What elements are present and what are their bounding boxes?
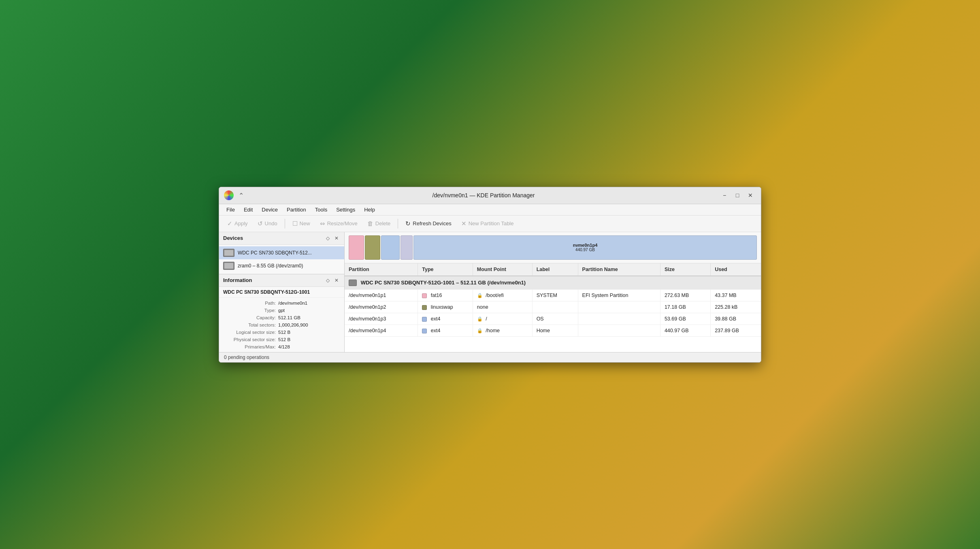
part-label-p3: OS xyxy=(532,313,578,325)
delete-button[interactable]: 🗑 Delete xyxy=(363,218,395,229)
part-used-p3: 39.88 GB xyxy=(711,313,761,325)
part-used-p4: 237.89 GB xyxy=(711,325,761,337)
part-label-p4: Home xyxy=(532,325,578,337)
part-mount-p2: none xyxy=(473,301,532,313)
type-color-p2 xyxy=(422,305,427,310)
new-button[interactable]: ☐ New xyxy=(288,218,314,229)
new-icon: ☐ xyxy=(292,220,298,227)
new-partition-table-icon: ✕ xyxy=(461,220,467,227)
apply-button[interactable]: ✓ Apply xyxy=(223,218,252,229)
close-button[interactable]: ✕ xyxy=(745,190,756,201)
disk-header-row[interactable]: WDC PC SN730 SDBQNTY-512G-1001 – 512.11 … xyxy=(345,276,761,290)
devices-panel-close[interactable]: ✕ xyxy=(333,235,340,242)
part-used-p1: 43.37 MB xyxy=(711,290,761,301)
lock-icon-p3: 🔒 xyxy=(477,316,483,322)
maximize-button[interactable]: □ xyxy=(732,190,743,201)
pv-p3b[interactable] xyxy=(401,235,413,260)
part-type-p1: fat16 xyxy=(418,290,473,301)
part-type-p2: linuxswap xyxy=(418,301,473,313)
menu-edit[interactable]: Edit xyxy=(240,205,257,214)
toolbar-sep-1 xyxy=(285,219,285,229)
resize-icon: ⇔ xyxy=(320,220,325,227)
pv-p3[interactable] xyxy=(381,235,400,260)
info-row-physical: Physical sector size: 512 B xyxy=(219,336,344,343)
part-partname-p2 xyxy=(578,301,660,313)
menu-tools[interactable]: Tools xyxy=(311,205,331,214)
info-row-logical: Logical sector size: 512 B xyxy=(219,329,344,336)
lock-icon-p4: 🔒 xyxy=(477,328,483,333)
part-mount-p4: 🔒 /home xyxy=(473,325,532,337)
left-panel: Devices ◇ ✕ WDC PC SN730 SDBQNTY-512... … xyxy=(219,232,345,352)
new-partition-table-button[interactable]: ✕ New Partition Table xyxy=(457,218,518,229)
menu-partition[interactable]: Partition xyxy=(283,205,310,214)
disk-header-cell: WDC PC SN730 SDBQNTY-512G-1001 – 512.11 … xyxy=(345,276,761,290)
table-header-row: Partition Type Mount Point Label Partiti… xyxy=(345,263,761,276)
devices-list: WDC PC SN730 SDBQNTY-512... zram0 – 8.55… xyxy=(219,245,344,274)
col-header-type: Type xyxy=(418,263,473,276)
pv-p4[interactable]: nvme0n1p4 440.97 GB xyxy=(413,235,757,260)
menu-help[interactable]: Help xyxy=(360,205,379,214)
title-bar: ⌃ /dev/nvme0n1 — KDE Partition Manager −… xyxy=(219,187,761,204)
info-panel-close[interactable]: ✕ xyxy=(333,277,340,284)
type-color-p4 xyxy=(422,329,427,333)
info-label-physical: Physical sector size: xyxy=(223,337,276,342)
part-type-p3: ext4 xyxy=(418,313,473,325)
info-label-path: Path: xyxy=(223,301,276,305)
toolbar: ✓ Apply ↺ Undo ☐ New ⇔ Resize/Move 🗑 Del… xyxy=(219,216,761,232)
device-item-zram[interactable]: zram0 – 8.55 GB (/dev/zram0) xyxy=(219,259,344,272)
info-label-logical: Logical sector size: xyxy=(223,330,276,335)
menu-settings[interactable]: Settings xyxy=(332,205,359,214)
info-label-sectors: Total sectors: xyxy=(223,323,276,327)
pv-p4-label: nvme0n1p4 xyxy=(573,243,598,248)
info-row-primaries: Primaries/Max: 4/128 xyxy=(219,343,344,350)
info-row-type: Type: gpt xyxy=(219,307,344,314)
info-panel-diamond[interactable]: ◇ xyxy=(324,277,331,284)
disk-icon xyxy=(349,280,357,286)
device-icon-nvme xyxy=(223,249,234,257)
delete-icon: 🗑 xyxy=(367,220,373,227)
pv-p2[interactable] xyxy=(365,235,380,260)
info-label-capacity: Capacity: xyxy=(223,315,276,320)
apply-icon: ✓ xyxy=(227,220,232,227)
info-value-capacity: 512.11 GB xyxy=(278,315,300,320)
part-size-p3: 53.69 GB xyxy=(660,313,710,325)
part-type-p4: ext4 xyxy=(418,325,473,337)
part-path-p1: /dev/nvme0n1p1 xyxy=(345,290,418,301)
devices-panel-title: Devices xyxy=(223,235,243,241)
part-label-p1: SYSTEM xyxy=(532,290,578,301)
type-label-p3: ext4 xyxy=(431,316,441,322)
resize-button[interactable]: ⇔ Resize/Move xyxy=(316,218,362,229)
main-content: Devices ◇ ✕ WDC PC SN730 SDBQNTY-512... … xyxy=(219,232,761,352)
type-label-p2: linuxswap xyxy=(431,304,453,310)
part-mount-p3: 🔒 / xyxy=(473,313,532,325)
devices-panel-controls: ◇ ✕ xyxy=(324,235,340,242)
part-mount-p1: 🔒 /boot/efi xyxy=(473,290,532,301)
info-panel-title: Information xyxy=(223,277,252,283)
devices-panel-header: Devices ◇ ✕ xyxy=(219,232,344,245)
type-color-p1 xyxy=(422,293,427,298)
main-window: ⌃ /dev/nvme0n1 — KDE Partition Manager −… xyxy=(219,187,761,363)
type-color-p3 xyxy=(422,317,427,322)
col-header-size: Size xyxy=(660,263,710,276)
device-name-nvme: WDC PC SN730 SDBQNTY-512... xyxy=(238,250,312,256)
pv-p1[interactable] xyxy=(349,235,364,260)
info-value-physical: 512 B xyxy=(278,337,290,342)
table-row[interactable]: /dev/nvme0n1p1 fat16 🔒 /boot/efi SYSTEM … xyxy=(345,290,761,301)
part-size-p1: 272.63 MB xyxy=(660,290,710,301)
part-used-p2: 225.28 kB xyxy=(711,301,761,313)
menu-device[interactable]: Device xyxy=(258,205,282,214)
table-row[interactable]: /dev/nvme0n1p3 ext4 🔒 / OS 53.6 xyxy=(345,313,761,325)
col-header-mount: Mount Point xyxy=(473,263,532,276)
undo-button[interactable]: ↺ Undo xyxy=(254,218,281,229)
table-row[interactable]: /dev/nvme0n1p2 linuxswap none 17.18 GB xyxy=(345,301,761,313)
status-bar: 0 pending operations xyxy=(219,352,761,362)
info-panel-controls: ◇ ✕ xyxy=(324,277,340,284)
devices-panel-diamond[interactable]: ◇ xyxy=(324,235,331,242)
device-item-nvme[interactable]: WDC PC SN730 SDBQNTY-512... xyxy=(219,246,344,259)
toolbar-sep-2 xyxy=(398,219,398,229)
unpin-button[interactable]: ⌃ xyxy=(237,191,245,199)
minimize-button[interactable]: − xyxy=(719,190,730,201)
menu-file[interactable]: File xyxy=(222,205,239,214)
refresh-button[interactable]: ↻ Refresh Devices xyxy=(401,218,455,229)
table-row[interactable]: /dev/nvme0n1p4 ext4 🔒 /home Home xyxy=(345,325,761,337)
